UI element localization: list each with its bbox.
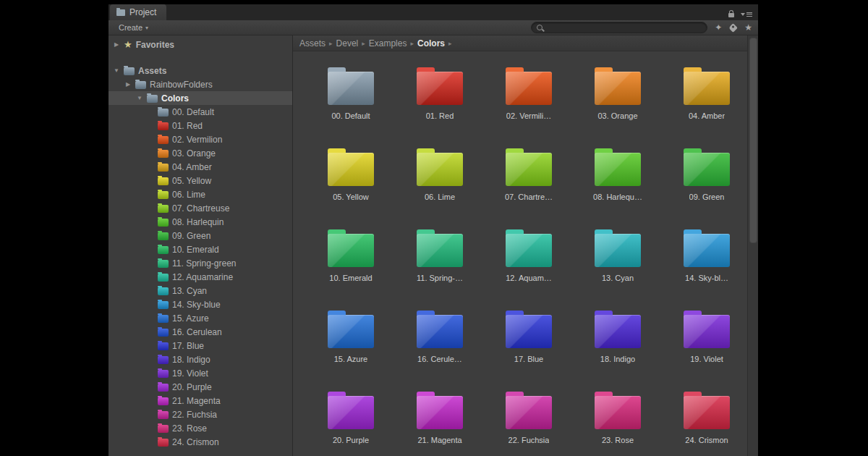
- sidebar-item[interactable]: 02. Vermilion: [109, 132, 292, 146]
- lock-icon[interactable]: [728, 13, 734, 17]
- sidebar-item[interactable]: 01. Red: [109, 119, 292, 132]
- grid-item[interactable]: 14. Sky-bl…: [666, 225, 747, 306]
- sidebar-item[interactable]: 18. Indigo: [109, 352, 292, 366]
- grid-item[interactable]: 24. Crismon: [666, 387, 747, 456]
- breadcrumb-segment-examples[interactable]: Examples: [369, 38, 407, 48]
- grid-item-label: 03. Orange: [597, 111, 637, 120]
- folder-icon: [417, 153, 463, 186]
- folder-icon: [158, 109, 169, 117]
- sidebar-item-label: 04. Amber: [172, 162, 212, 172]
- grid-item[interactable]: 21. Magenta: [399, 387, 480, 456]
- grid-item[interactable]: 02. Vermili…: [488, 63, 569, 144]
- sidebar-item-label: Favorites: [136, 40, 174, 50]
- sidebar-item[interactable]: 19. Violet: [109, 366, 292, 380]
- grid-item[interactable]: 06. Lime: [399, 144, 480, 225]
- create-button-label: Create: [119, 23, 142, 32]
- save-search-star-icon[interactable]: ★: [744, 23, 752, 32]
- grid-item[interactable]: 10. Emerald: [310, 225, 391, 306]
- sidebar-item[interactable]: 06. Lime: [109, 187, 292, 201]
- project-sidebar: ▶ ★ Favorites ▼ Assets ▶ RainbowFolders …: [109, 35, 293, 456]
- sidebar-item-assets[interactable]: ▼ Assets: [109, 64, 292, 77]
- grid-item[interactable]: 12. Aquam…: [488, 225, 569, 306]
- sidebar-item[interactable]: 04. Amber: [109, 160, 292, 174]
- star-icon: ★: [124, 40, 132, 49]
- breadcrumb-arrow-icon: ▸: [410, 40, 414, 47]
- folder-icon: [684, 315, 730, 348]
- grid-item[interactable]: 20. Purple: [310, 387, 391, 456]
- vertical-scrollbar[interactable]: [747, 35, 758, 456]
- sidebar-item[interactable]: 17. Blue: [109, 339, 292, 352]
- scrollbar-thumb[interactable]: [749, 38, 757, 243]
- chevron-down-icon: ▾: [145, 25, 148, 31]
- search-input[interactable]: [546, 23, 702, 32]
- sidebar-item[interactable]: 13. Cyan: [109, 284, 292, 297]
- sidebar-item[interactable]: 16. Cerulean: [109, 325, 292, 339]
- grid-item[interactable]: 11. Spring-…: [399, 225, 480, 306]
- sidebar-item[interactable]: 21. Magenta: [109, 394, 292, 408]
- grid-item[interactable]: 23. Rose: [577, 387, 658, 456]
- sidebar-item-label: 16. Cerulean: [172, 327, 222, 337]
- pane-menu-icon[interactable]: [741, 11, 752, 17]
- folder-icon: [135, 81, 146, 89]
- grid-item[interactable]: 16. Cerule…: [399, 306, 480, 387]
- grid-item[interactable]: 03. Orange: [577, 63, 658, 144]
- folder-icon: [158, 232, 169, 240]
- search-field[interactable]: [531, 22, 707, 33]
- folder-icon: [684, 234, 730, 267]
- folder-icon: [506, 234, 552, 267]
- grid-item[interactable]: 07. Chartre…: [488, 144, 569, 225]
- grid-item[interactable]: 22. Fuchsia: [488, 387, 569, 456]
- grid-item[interactable]: 01. Red: [399, 63, 480, 144]
- folder-icon: [158, 301, 169, 309]
- sidebar-item[interactable]: 24. Crismon: [109, 435, 292, 449]
- breadcrumb-segment-assets[interactable]: Assets: [299, 38, 326, 48]
- sidebar-item-label: 19. Violet: [172, 368, 208, 379]
- folder-icon: [328, 153, 374, 186]
- folder-icon: [328, 315, 374, 348]
- sidebar-item[interactable]: 22. Fuchsia: [109, 408, 292, 421]
- grid-item-label: 14. Sky-bl…: [685, 274, 728, 282]
- sidebar-item[interactable]: 11. Spring-green: [109, 256, 292, 270]
- sidebar-item[interactable]: 05. Yellow: [109, 174, 292, 187]
- foldout-collapsed-icon[interactable]: ▶: [124, 81, 132, 88]
- sidebar-item-label: 15. Azure: [172, 313, 209, 324]
- sidebar-item[interactable]: 00. Default: [109, 105, 292, 119]
- grid-item[interactable]: 13. Cyan: [577, 225, 658, 306]
- create-button[interactable]: Create ▾: [114, 22, 153, 33]
- sidebar-item[interactable]: 23. Rose: [109, 421, 292, 435]
- grid-item[interactable]: 19. Violet: [666, 306, 747, 387]
- sidebar-item[interactable]: 14. Sky-blue: [109, 297, 292, 311]
- sidebar-item[interactable]: 15. Azure: [109, 311, 292, 325]
- search-by-label-icon[interactable]: [728, 23, 738, 33]
- breadcrumb-segment-devel[interactable]: Devel: [336, 38, 359, 48]
- sidebar-item[interactable]: 03. Orange: [109, 146, 292, 160]
- sidebar-item[interactable]: 10. Emerald: [109, 242, 292, 256]
- folder-icon: [158, 411, 169, 419]
- grid-item-label: 12. Aquam…: [506, 274, 552, 282]
- sidebar-item-label: 24. Crismon: [172, 437, 219, 447]
- grid-item[interactable]: 05. Yellow: [310, 144, 391, 225]
- grid-item[interactable]: 00. Default: [310, 63, 391, 144]
- sidebar-item[interactable]: 07. Chartreuse: [109, 201, 292, 215]
- breadcrumb-segment-colors[interactable]: Colors: [417, 38, 445, 48]
- grid-item[interactable]: 08. Harlequ…: [577, 144, 658, 225]
- folder-icon: [684, 396, 730, 429]
- grid-item-label: 02. Vermili…: [506, 111, 551, 120]
- sidebar-item-rainbowfolders[interactable]: ▶ RainbowFolders: [109, 77, 292, 91]
- sidebar-item[interactable]: 09. Green: [109, 229, 292, 242]
- grid-item[interactable]: 04. Amber: [666, 63, 747, 144]
- search-by-type-icon[interactable]: ✦: [715, 23, 722, 32]
- grid-item[interactable]: 09. Green: [666, 144, 747, 225]
- sidebar-item-favorites[interactable]: ▶ ★ Favorites: [109, 38, 292, 51]
- grid-item[interactable]: 18. Indigo: [577, 306, 658, 387]
- project-tab[interactable]: Project: [110, 4, 166, 20]
- sidebar-item[interactable]: 12. Aquamarine: [109, 270, 292, 284]
- sidebar-item-colors[interactable]: ▼ Colors: [109, 91, 292, 105]
- sidebar-item[interactable]: 08. Harlequin: [109, 215, 292, 229]
- foldout-collapsed-icon[interactable]: ▶: [113, 41, 120, 48]
- foldout-expanded-icon[interactable]: ▼: [136, 95, 143, 101]
- grid-item[interactable]: 15. Azure: [310, 306, 391, 387]
- grid-item[interactable]: 17. Blue: [488, 306, 569, 387]
- sidebar-item[interactable]: 20. Purple: [109, 380, 292, 394]
- foldout-expanded-icon[interactable]: ▼: [113, 67, 120, 74]
